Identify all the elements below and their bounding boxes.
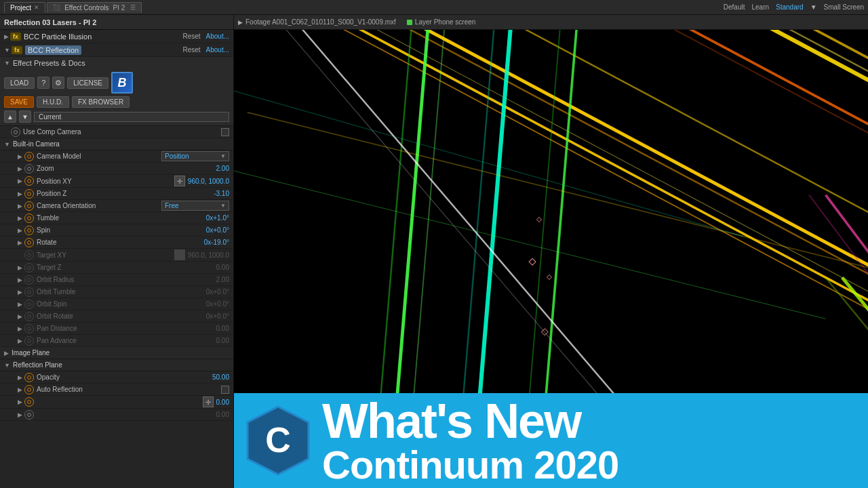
- auto-reflection-expand[interactable]: ▶: [18, 386, 24, 393]
- built-in-camera-header[interactable]: ▼ Built-in Camera: [0, 138, 233, 150]
- top-bar: Project ✕ ⬛ Effect Controls PI 2 ☰ Defau…: [0, 0, 868, 15]
- workspace-standard[interactable]: Standard: [776, 3, 804, 11]
- auto-reflection-label: Auto Reflection: [37, 386, 221, 393]
- pan-advance-expand[interactable]: ▶: [18, 338, 24, 344]
- target-z-expand[interactable]: ▶: [18, 264, 24, 271]
- zoom-expand[interactable]: ▶: [18, 165, 24, 172]
- built-in-camera-label: Built-in Camera: [13, 140, 60, 148]
- orbit-tumble-expand[interactable]: ▶: [18, 289, 24, 296]
- extra2-expand[interactable]: ▶: [18, 411, 24, 418]
- load-button[interactable]: LOAD: [4, 77, 35, 89]
- effect-particle-reset[interactable]: Reset: [182, 33, 200, 40]
- target-xy-icon: [24, 250, 34, 260]
- built-in-camera-expand: ▼: [4, 141, 10, 148]
- tumble-expand[interactable]: ▶: [18, 215, 24, 222]
- effect-tab-menu[interactable]: ☰: [130, 4, 136, 11]
- prev-preset-button[interactable]: ▲: [4, 110, 16, 123]
- workspace-small-screen[interactable]: Small Screen: [824, 3, 864, 11]
- effect-reflection-reset[interactable]: Reset: [182, 46, 200, 54]
- opacity-expand[interactable]: ▶: [18, 374, 24, 381]
- right-panel: ▶ Footage A001_C062_010110_S000_V1-0009.…: [234, 15, 868, 488]
- orbit-rotate-value: 0x+0.0°: [206, 312, 229, 320]
- save-button[interactable]: SAVE: [4, 96, 34, 108]
- position-xy-value[interactable]: 960.0, 1000.0: [188, 178, 229, 185]
- position-xy-icon-inner: [27, 179, 31, 183]
- workspace-default[interactable]: Default: [724, 3, 745, 11]
- spin-value[interactable]: 0x+0.0°: [206, 226, 229, 234]
- orbit-spin-value: 0x+0.0°: [206, 300, 229, 308]
- laser-svg: [234, 30, 868, 393]
- zoom-value[interactable]: 2.00: [216, 165, 229, 172]
- position-xy-expand[interactable]: ▶: [18, 178, 24, 184]
- orbit-tumble-icon: [24, 287, 34, 297]
- footage-tab[interactable]: ▶ Footage A001_C062_010110_S000_V1-0009.…: [238, 18, 396, 26]
- pan-distance-expand[interactable]: ▶: [18, 325, 24, 332]
- pan-distance-icon-inner: [27, 327, 31, 331]
- effect-reflection-about[interactable]: About...: [206, 46, 229, 54]
- camera-model-label: Camera Model: [37, 152, 161, 160]
- project-tab[interactable]: Project ✕: [4, 2, 45, 13]
- position-z-row: ▶ Position Z -3.10: [0, 188, 233, 200]
- auto-reflection-row: ▶ Auto Reflection: [0, 384, 233, 396]
- project-tab-close[interactable]: ✕: [34, 4, 39, 11]
- target-xy-label: Target XY: [37, 251, 174, 259]
- fx-browser-button[interactable]: FX BROWSER: [72, 96, 130, 108]
- effect-particle-about[interactable]: About...: [206, 33, 229, 40]
- orbit-radius-label: Orbit Radius: [37, 276, 216, 283]
- rotate-expand[interactable]: ▶: [18, 239, 24, 246]
- use-comp-camera-label: Use Comp Camera: [23, 128, 221, 136]
- settings-button[interactable]: ⚙: [52, 77, 64, 89]
- position-z-value[interactable]: -3.10: [214, 190, 229, 197]
- panel-content[interactable]: ▶ fx BCC Particle Illusion Reset About..…: [0, 30, 233, 488]
- laser-background: [234, 30, 868, 393]
- camera-model-expand[interactable]: ▶: [18, 153, 24, 160]
- tab-group: Project ✕ ⬛ Effect Controls PI 2 ☰: [4, 2, 142, 13]
- pan-advance-icon: [24, 336, 34, 346]
- orbit-rotate-expand[interactable]: ▶: [18, 313, 24, 320]
- spin-expand[interactable]: ▶: [18, 227, 24, 234]
- next-preset-button[interactable]: ▼: [19, 110, 31, 123]
- position-z-icon-inner: [27, 192, 31, 196]
- auto-reflection-checkbox[interactable]: [221, 386, 229, 394]
- camera-orientation-icon-inner: [27, 204, 31, 208]
- camera-orientation-expand[interactable]: ▶: [18, 203, 24, 209]
- use-comp-camera-checkbox[interactable]: [221, 128, 229, 136]
- position-xy-label: Position XY: [37, 178, 174, 185]
- reflection-plane-header[interactable]: ▼ Reflection Plane: [0, 359, 233, 371]
- license-button[interactable]: LICENSE: [67, 77, 108, 89]
- hud-button[interactable]: H.U.D.: [37, 96, 69, 108]
- layer-tab[interactable]: Layer Phone screen: [407, 18, 476, 26]
- expand-particle[interactable]: ▶: [4, 33, 9, 40]
- top-bar-right: Default Learn Standard ▼ Small Screen: [724, 3, 864, 11]
- orbit-tumble-label: Orbit Tumble: [37, 288, 206, 296]
- orbit-tumble-row: ▶ Orbit Tumble 0x+0.0°: [0, 286, 233, 298]
- tumble-value[interactable]: 0x+1.0°: [206, 214, 229, 222]
- image-plane-header[interactable]: ▶ Image Plane: [0, 347, 233, 359]
- workspace-learn[interactable]: Learn: [751, 3, 769, 11]
- orbit-rotate-row: ▶ Orbit Rotate 0x+0.0°: [0, 310, 233, 323]
- continuum-logo-letter: C: [265, 420, 291, 460]
- footage-tab-icon: ▶: [238, 19, 243, 26]
- presets-header[interactable]: ▼ Effect Presets & Docs: [0, 57, 233, 69]
- extra-value[interactable]: 0.00: [216, 399, 229, 406]
- continuum-name-heading: Continuum 2020: [322, 445, 618, 485]
- target-z-icon-inner: [27, 266, 31, 270]
- help-button[interactable]: ?: [37, 77, 50, 89]
- camera-model-dropdown[interactable]: Position ▼: [161, 151, 229, 161]
- position-z-expand[interactable]: ▶: [18, 190, 24, 197]
- orbit-radius-expand[interactable]: ▶: [18, 277, 24, 283]
- orbit-spin-icon-inner: [27, 302, 31, 306]
- position-xy-crosshair[interactable]: ✛: [174, 176, 185, 186]
- image-plane-label: Image Plane: [12, 349, 50, 357]
- effect-controls-tab[interactable]: ⬛ Effect Controls PI 2 ☰: [47, 2, 142, 13]
- extra-expand[interactable]: ▶: [18, 399, 24, 405]
- expand-reflection[interactable]: ▼: [4, 47, 10, 54]
- tumble-icon-inner: [27, 216, 31, 220]
- orbit-tumble-value: 0x+0.0°: [206, 288, 229, 296]
- opacity-value[interactable]: 50.00: [212, 373, 229, 381]
- orbit-spin-expand[interactable]: ▶: [18, 301, 24, 308]
- rotate-value[interactable]: 0x-19.0°: [204, 239, 229, 246]
- camera-orientation-dropdown[interactable]: Free ▼: [161, 201, 229, 211]
- pan-advance-icon-inner: [27, 339, 31, 343]
- extra-crosshair[interactable]: ✛: [203, 396, 214, 407]
